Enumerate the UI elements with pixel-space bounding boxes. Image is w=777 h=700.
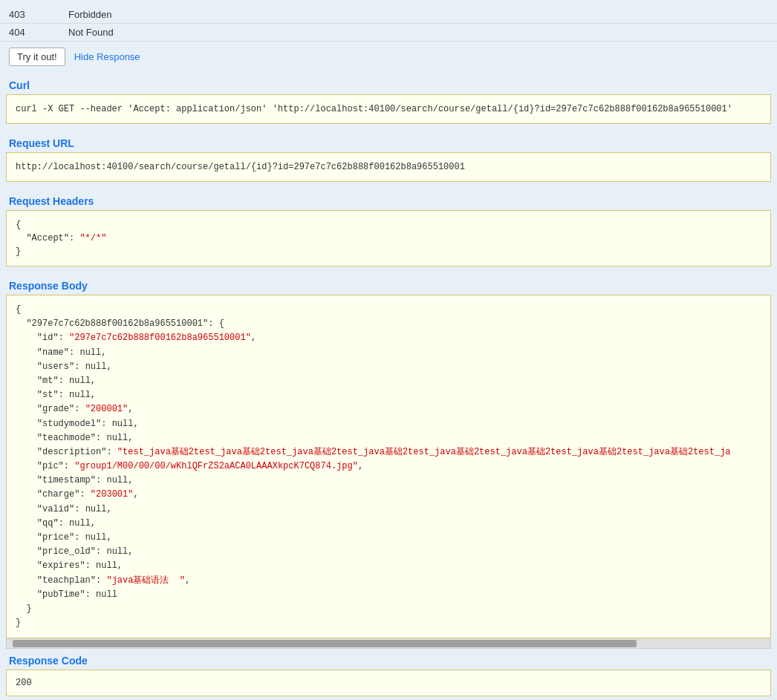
status-row-404: 404 Not Found: [0, 24, 777, 42]
curl-box: curl -X GET --header 'Accept: applicatio…: [6, 94, 771, 124]
request-headers-box: { "Accept": "*/*" }: [6, 210, 771, 266]
scrollbar-thumb: [13, 640, 637, 647]
response-body-box[interactable]: { "297e7c7c62b888f00162b8a965510001": { …: [6, 295, 771, 638]
request-url-label: Request URL: [0, 131, 777, 152]
status-text-403: Forbidden: [68, 9, 112, 20]
request-url-box: http://localhost:40100/search/course/get…: [6, 152, 771, 182]
curl-label: Curl: [0, 73, 777, 94]
response-code-box: 200: [6, 670, 771, 696]
hide-response-link[interactable]: Hide Response: [74, 51, 140, 62]
response-code-value: 200: [16, 678, 32, 688]
status-code-403: 403: [9, 9, 68, 20]
response-body-label: Response Body: [0, 274, 777, 295]
page-wrapper: 403 Forbidden 404 Not Found Try it out! …: [0, 0, 777, 700]
try-it-out-button[interactable]: Try it out!: [9, 48, 65, 66]
status-row-403: 403 Forbidden: [0, 6, 777, 24]
curl-value: curl -X GET --header 'Accept: applicatio…: [16, 104, 732, 114]
horizontal-scrollbar[interactable]: [6, 638, 771, 649]
status-table: 403 Forbidden 404 Not Found: [0, 6, 777, 42]
response-code-label: Response Code: [0, 649, 777, 670]
status-code-404: 404: [9, 27, 68, 38]
try-row: Try it out! Hide Response: [0, 42, 777, 73]
status-text-404: Not Found: [68, 27, 114, 38]
request-headers-label: Request Headers: [0, 189, 777, 210]
request-url-value: http://localhost:40100/search/course/get…: [16, 162, 465, 172]
